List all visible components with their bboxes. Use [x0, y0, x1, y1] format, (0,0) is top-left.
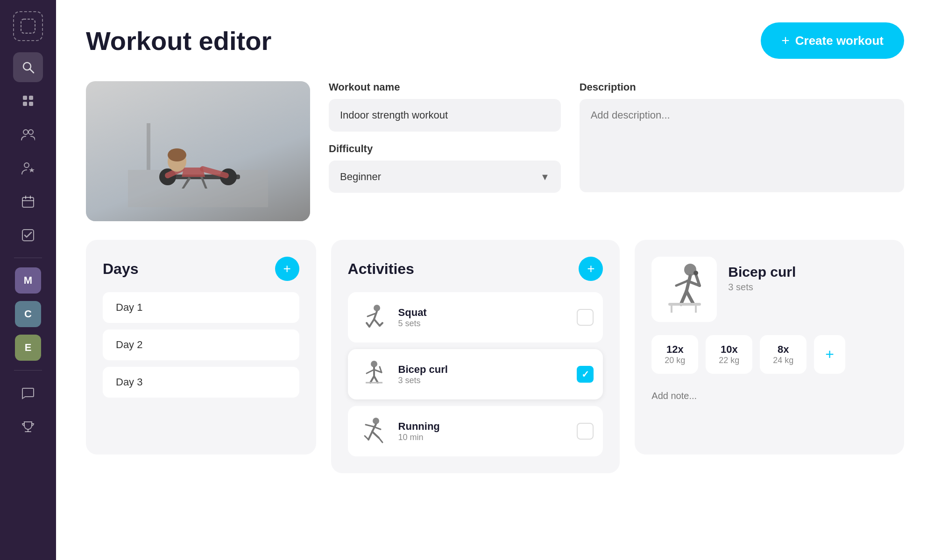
sidebar-divider-2 — [14, 370, 42, 371]
avatar-e[interactable]: E — [15, 335, 41, 361]
add-activity-button[interactable]: + — [579, 257, 603, 281]
svg-line-30 — [367, 323, 369, 327]
squat-info: Squat 5 sets — [398, 307, 570, 329]
day-item-2[interactable]: Day 2 — [103, 329, 299, 360]
add-day-button[interactable]: + — [275, 257, 299, 281]
svg-rect-11 — [22, 197, 34, 207]
chat-nav-icon[interactable] — [13, 378, 43, 408]
set-1-weight: 20 kg — [663, 356, 687, 365]
svg-rect-5 — [23, 102, 27, 106]
activities-panel: Activities + — [331, 240, 620, 473]
avatar-m[interactable]: M — [15, 267, 41, 294]
avatar-c[interactable]: C — [15, 301, 41, 327]
svg-point-7 — [23, 130, 28, 134]
bicep-name: Bicep curl — [398, 364, 570, 376]
checklist-nav-icon[interactable] — [13, 220, 43, 250]
day-item-3[interactable]: Day 3 — [103, 367, 299, 398]
detail-exercise-sets: 3 sets — [728, 282, 796, 293]
svg-rect-0 — [21, 19, 35, 33]
svg-point-25 — [374, 305, 380, 311]
svg-point-9 — [24, 163, 29, 168]
workout-name-input[interactable] — [329, 99, 561, 132]
calendar-nav-icon[interactable] — [13, 187, 43, 217]
svg-line-55 — [686, 291, 693, 303]
svg-line-28 — [369, 319, 374, 327]
svg-rect-19 — [147, 123, 150, 170]
svg-line-45 — [372, 432, 379, 438]
squat-meta: 5 sets — [398, 319, 570, 329]
workout-name-col: Workout name Difficulty BeginnerIntermed… — [329, 81, 561, 194]
set-card-2[interactable]: 10x 22 kg — [706, 335, 752, 374]
svg-line-47 — [379, 438, 382, 442]
create-workout-button[interactable]: + Create workout — [761, 22, 904, 59]
svg-rect-3 — [23, 96, 27, 100]
running-name: Running — [398, 420, 570, 433]
description-textarea[interactable] — [580, 99, 904, 192]
svg-line-26 — [374, 311, 377, 319]
svg-line-46 — [365, 436, 368, 440]
activity-item-squat[interactable]: Squat 5 sets — [348, 292, 603, 343]
running-info: Running 10 min — [398, 420, 570, 442]
squat-name: Squat — [398, 307, 570, 319]
detail-info: Bicep curl 3 sets — [728, 257, 796, 293]
create-plus-icon: + — [781, 33, 790, 49]
bicep-info: Bicep curl 3 sets — [398, 364, 570, 385]
activities-panel-title: Activities — [348, 260, 414, 278]
trophy-nav-icon[interactable] — [13, 412, 43, 441]
users-nav-icon[interactable] — [13, 119, 43, 149]
activity-item-running[interactable]: Running 10 min — [348, 406, 603, 456]
difficulty-select[interactable]: BeginnerIntermediateAdvanced — [329, 161, 561, 193]
running-checkbox[interactable] — [577, 423, 594, 440]
workout-image — [86, 81, 310, 221]
days-panel-title: Days — [103, 260, 139, 278]
svg-line-54 — [681, 291, 686, 304]
svg-rect-6 — [29, 102, 33, 106]
difficulty-wrapper: BeginnerIntermediateAdvanced ▼ — [329, 161, 561, 193]
detail-top: Bicep curl 3 sets — [651, 257, 887, 322]
detail-exercise-name: Bicep curl — [728, 264, 796, 280]
set-card-1[interactable]: 12x 20 kg — [651, 335, 698, 374]
svg-rect-4 — [29, 96, 33, 100]
description-label: Description — [580, 81, 904, 93]
bicep-figure — [357, 357, 391, 391]
svg-line-36 — [367, 370, 374, 373]
workout-name-label: Workout name — [329, 81, 561, 93]
day-item-1[interactable]: Day 1 — [103, 292, 299, 323]
create-button-label: Create workout — [795, 34, 884, 48]
detail-panel: Bicep curl 3 sets 12x 20 kg 10x 22 kg 8x… — [635, 240, 904, 455]
page-header: Workout editor + Create workout — [86, 22, 904, 59]
svg-line-29 — [374, 319, 380, 326]
svg-line-38 — [374, 376, 378, 383]
svg-point-52 — [693, 271, 698, 275]
svg-line-2 — [30, 69, 34, 73]
sidebar: M C E — [0, 0, 56, 560]
svg-line-53 — [676, 281, 687, 286]
running-figure — [357, 414, 391, 448]
grid-nav-icon[interactable] — [13, 86, 43, 116]
svg-line-49 — [686, 276, 690, 291]
svg-point-32 — [371, 361, 377, 367]
activities-list: Squat 5 sets — [348, 292, 603, 456]
search-nav-icon[interactable] — [13, 52, 43, 82]
set-1-reps: 12x — [663, 343, 687, 356]
add-set-button[interactable]: + — [814, 335, 845, 374]
sidebar-divider-1 — [14, 258, 42, 258]
bicep-checkbox[interactable] — [577, 366, 594, 383]
top-section: Workout name Difficulty BeginnerIntermed… — [86, 81, 904, 221]
svg-line-44 — [368, 432, 372, 440]
form-section: Workout name Difficulty BeginnerIntermed… — [329, 81, 904, 194]
days-panel: Days + Day 1 Day 2 Day 3 — [86, 240, 316, 455]
squat-checkbox[interactable] — [577, 309, 594, 326]
days-panel-header: Days + — [103, 257, 299, 281]
app-logo[interactable] — [13, 11, 43, 41]
running-meta: 10 min — [398, 433, 570, 442]
note-input[interactable] — [651, 387, 887, 405]
user-star-nav-icon[interactable] — [13, 153, 43, 183]
description-col: Description — [580, 81, 904, 194]
activity-item-bicep-curl[interactable]: Bicep curl 3 sets — [348, 349, 603, 399]
detail-figure — [651, 257, 717, 322]
set-2-weight: 22 kg — [717, 356, 741, 365]
svg-line-43 — [366, 425, 373, 427]
set-card-3[interactable]: 8x 24 kg — [760, 335, 807, 374]
page-title: Workout editor — [86, 26, 271, 56]
